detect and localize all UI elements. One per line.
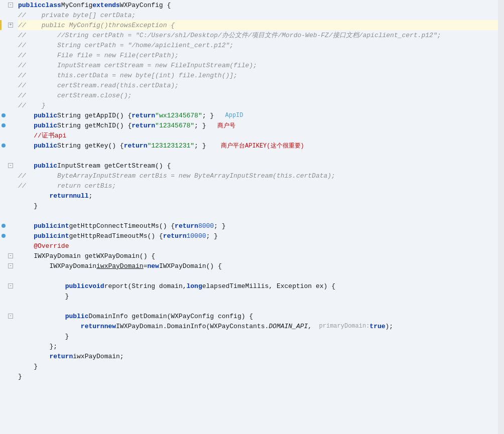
code-line-12: public String getAppID() { return "wx123…	[18, 110, 498, 120]
side-ind-27	[0, 261, 7, 271]
str-mchid: "12345678"	[155, 122, 194, 129]
indent-30: }	[18, 293, 69, 300]
code-line-25: @Override	[18, 241, 498, 251]
code-line-32: public DomainInfo getDomain(WXPayConfig …	[18, 311, 498, 321]
indent-12	[18, 112, 34, 119]
kw-public-23: public	[34, 222, 57, 230]
comment-11: // }	[18, 102, 46, 109]
side-ind-20	[0, 191, 7, 201]
fold-23	[7, 221, 14, 231]
indent-13	[18, 122, 34, 129]
fold-box-3[interactable]: +	[8, 23, 13, 28]
code-lines: public class MyConfig extends WXPayConfi…	[14, 0, 498, 434]
fold-box-17[interactable]: -	[8, 163, 13, 168]
side-ind-8	[0, 70, 7, 80]
kw-void-29: void	[88, 282, 104, 290]
fold-1[interactable]: -	[7, 0, 14, 10]
kw-return-24: return	[163, 232, 187, 240]
comment-18: // ByteArrayInputStream certBis = new By…	[18, 172, 335, 180]
fold-box-26[interactable]: -	[8, 253, 13, 258]
indent-14	[18, 132, 34, 139]
code-line-1: public class MyConfig extends WXPayConfi…	[18, 0, 498, 10]
classname: MyConfig	[61, 2, 92, 9]
side-ind-24	[0, 231, 7, 241]
fold-27[interactable]: -	[7, 261, 14, 271]
comment-7: // InputStream certStream = new FileInpu…	[18, 62, 257, 69]
code-line-17: public InputStream getCertStream() {	[18, 161, 498, 171]
code-line-29: public void report(String domain, long e…	[18, 281, 498, 291]
kw-return-12: return	[132, 112, 155, 119]
kw-public-17: public	[34, 162, 57, 170]
indent-25	[18, 242, 34, 250]
code-line-34: }	[18, 331, 498, 341]
kw-return-15: return	[124, 142, 148, 150]
fold-17[interactable]: -	[7, 161, 14, 171]
side-ind-11	[0, 100, 7, 110]
code-line-22	[18, 211, 498, 221]
comma-33: ,	[308, 323, 312, 330]
fold-box-29[interactable]: -	[8, 283, 13, 288]
method-32: DomainInfo getDomain(WXPayConfig config)…	[88, 313, 253, 320]
code-line-13: public String getMchID() { return "12345…	[18, 120, 498, 130]
semi-20: ;	[88, 192, 92, 200]
fold-32[interactable]: -	[7, 311, 14, 321]
fold-18	[7, 171, 14, 181]
fold-15	[7, 140, 14, 151]
paren-33: );	[386, 323, 394, 330]
indent-37: }	[18, 363, 38, 370]
method-23: getHttpConnectTimeoutMs() {	[69, 222, 175, 230]
code-line-37: }	[18, 361, 498, 371]
comment-10: // certStream.close();	[18, 92, 132, 99]
kw-return-13: return	[132, 122, 155, 129]
indent-35: };	[18, 343, 57, 350]
method-24: getHttpReadTimeoutMs() {	[69, 232, 163, 240]
side-ind-32	[0, 311, 7, 321]
fold-35	[7, 341, 14, 351]
fold-7	[7, 60, 14, 70]
code-line-27: IWXPayDomain iwxPayDomain = new IWXPayDo…	[18, 261, 498, 271]
kw-public-24: public	[34, 232, 57, 240]
method-33: IWXPayDomain.DomainInfo(WXPayConstants.	[116, 323, 269, 330]
fold-34	[7, 331, 14, 341]
indent-32	[18, 313, 65, 320]
method-15: String getKey() {	[57, 142, 124, 150]
fold-6	[7, 50, 14, 60]
fold-12	[7, 110, 14, 120]
code-line-30: }	[18, 291, 498, 301]
code-line-3: // public MyConfig() throws Exception {	[18, 20, 498, 30]
side-ind-42	[0, 411, 7, 421]
code-line-26: IWXPayDomain getWXPayDomain() {	[18, 251, 498, 261]
annotation-key: 商户平台APIKEY(这个很重要)	[210, 141, 304, 150]
fold-box-27[interactable]: -	[8, 263, 13, 268]
annotation-override: @Override	[34, 242, 69, 250]
fold-28	[7, 271, 14, 281]
code-line-24: public int getHttpReadTimeoutMs() { retu…	[18, 231, 498, 241]
fold-box-32[interactable]: -	[8, 314, 13, 319]
side-ind-31	[0, 301, 7, 311]
side-ind-33	[0, 321, 7, 331]
side-ind-39	[0, 381, 7, 391]
fold-38	[7, 371, 14, 381]
code-line-7: // InputStream certStream = new FileInpu…	[18, 60, 498, 70]
fold-3[interactable]: +	[7, 20, 14, 30]
fold-26[interactable]: -	[7, 251, 14, 261]
kw-class: class	[42, 2, 61, 9]
kw-null: null	[73, 192, 88, 200]
fold-8	[7, 70, 14, 80]
side-ind-41	[0, 401, 7, 411]
fold-41	[7, 401, 14, 411]
indent-17	[18, 162, 34, 170]
fold-29[interactable]: -	[7, 281, 14, 291]
side-ind-17	[0, 161, 7, 171]
fold-14	[7, 130, 14, 140]
method-27d: IWXPayDomain() {	[159, 262, 222, 270]
fold-5	[7, 40, 14, 50]
fold-40	[7, 391, 14, 401]
fold-4	[7, 30, 14, 40]
side-ind-13	[0, 120, 7, 130]
scrollbar-right[interactable]	[498, 0, 504, 434]
fold-box-1[interactable]: -	[8, 3, 13, 8]
kw-public-1: public	[18, 2, 42, 9]
comment-3b: public MyConfig()	[42, 22, 108, 29]
side-ind-23	[0, 221, 7, 231]
